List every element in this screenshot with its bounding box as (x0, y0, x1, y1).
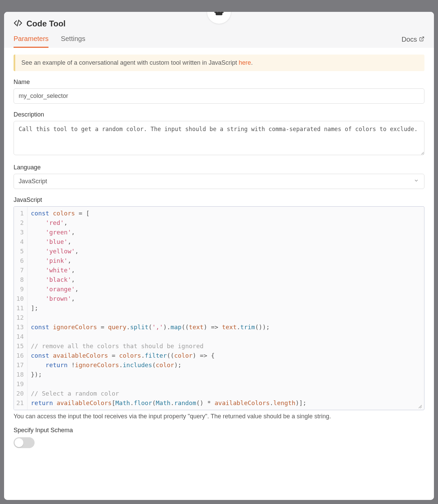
schema-toggle[interactable] (14, 437, 35, 448)
code-tool-modal: Code Tool Parameters Settings Docs (4, 12, 434, 500)
description-input[interactable]: Call this tool to get a random color. Th… (14, 121, 424, 155)
svg-rect-3 (217, 14, 221, 15)
modal-title: Code Tool (26, 19, 66, 28)
svg-line-8 (17, 20, 19, 26)
code-label: JavaScript (14, 196, 424, 204)
schema-label: Specify Input Schema (14, 427, 424, 434)
language-label: Language (14, 164, 424, 171)
banner-text-suffix: . (251, 59, 253, 66)
code-icon (14, 19, 22, 29)
tabs: Parameters Settings (14, 35, 85, 48)
tab-settings[interactable]: Settings (61, 35, 85, 48)
resize-handle-icon[interactable] (417, 402, 423, 408)
banner-text-prefix: See an example of a conversational agent… (21, 59, 239, 66)
svg-point-2 (220, 12, 221, 13)
svg-point-1 (217, 12, 218, 13)
example-banner: See an example of a conversational agent… (14, 55, 424, 71)
name-input[interactable] (14, 88, 424, 104)
banner-link[interactable]: here (239, 59, 251, 66)
docs-label: Docs (401, 36, 417, 43)
code-gutter: 123456789101112131415161718192021 (14, 207, 27, 410)
external-link-icon (419, 36, 424, 43)
tab-parameters[interactable]: Parameters (14, 35, 48, 48)
description-label: Description (14, 111, 424, 118)
name-label: Name (14, 79, 424, 86)
code-editor[interactable]: 123456789101112131415161718192021 const … (14, 206, 424, 410)
svg-line-10 (419, 405, 422, 408)
language-select[interactable]: JavaScript (14, 174, 424, 189)
svg-line-11 (420, 406, 422, 408)
code-lines[interactable]: const colors = [ 'red', 'green', 'blue',… (27, 207, 424, 410)
toggle-knob (15, 438, 23, 447)
docs-link[interactable]: Docs (401, 36, 424, 47)
code-helper-text: You can access the input the tool receiv… (14, 413, 424, 420)
modal-content: See an example of a conversational agent… (4, 48, 434, 500)
svg-line-9 (421, 37, 424, 39)
